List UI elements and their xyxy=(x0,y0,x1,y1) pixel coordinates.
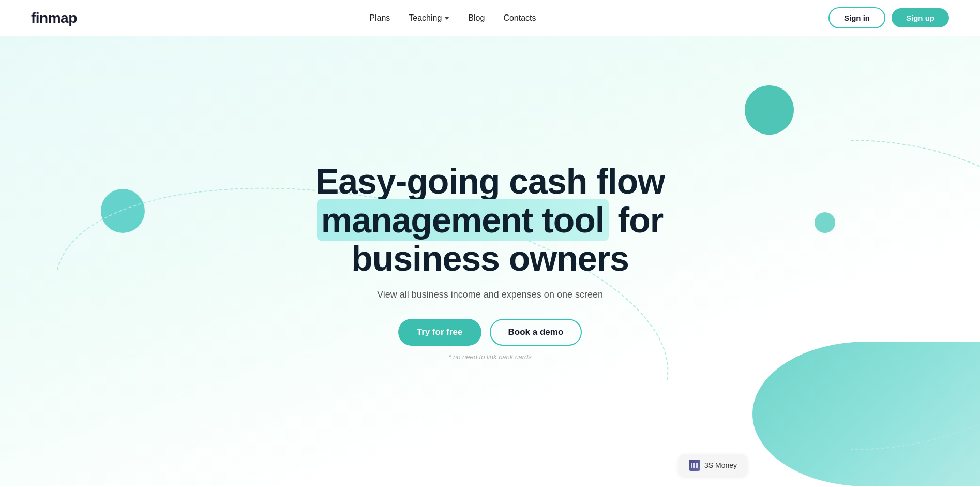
signin-button[interactable]: Sign in xyxy=(828,7,885,28)
nav-teaching[interactable]: Teaching xyxy=(409,13,449,23)
card-logo-icon xyxy=(689,460,700,471)
site-header: finmap Plans Teaching Blog Contacts Sign… xyxy=(0,0,980,36)
header-actions: Sign in Sign up xyxy=(828,7,949,28)
decorative-circle-small xyxy=(815,212,835,233)
hero-title: Easy-going cash flow management tool for… xyxy=(278,162,702,278)
hero-title-highlight: management tool xyxy=(317,199,609,241)
card-logo-inner xyxy=(691,463,698,468)
hero-subtitle: View all business income and expenses on… xyxy=(278,289,702,300)
card-hint: 3S Money xyxy=(679,454,747,476)
chevron-down-icon xyxy=(444,17,449,20)
hero-content: Easy-going cash flow management tool for… xyxy=(258,162,723,361)
decorative-circle-left xyxy=(101,189,145,233)
decorative-circle-bottom-right xyxy=(752,342,980,486)
main-nav: Plans Teaching Blog Contacts xyxy=(369,13,536,23)
logo: finmap xyxy=(31,10,77,26)
nav-contacts[interactable]: Contacts xyxy=(503,13,536,23)
hero-note: * no need to link bank cards xyxy=(278,353,702,361)
hero-buttons: Try for free Book a demo xyxy=(278,319,702,346)
card-hint-label: 3S Money xyxy=(704,461,737,469)
nav-plans[interactable]: Plans xyxy=(369,13,390,23)
signup-button[interactable]: Sign up xyxy=(892,8,949,27)
try-for-free-button[interactable]: Try for free xyxy=(398,319,481,346)
nav-blog[interactable]: Blog xyxy=(468,13,485,23)
book-demo-button[interactable]: Book a demo xyxy=(490,319,582,346)
hero-section: Easy-going cash flow management tool for… xyxy=(0,36,980,486)
decorative-circle-large xyxy=(745,85,794,135)
